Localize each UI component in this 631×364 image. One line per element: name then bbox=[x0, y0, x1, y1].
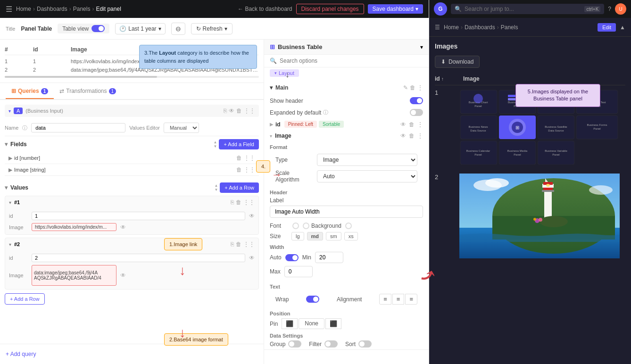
right-breadcrumb-dashboards[interactable]: Dashboards bbox=[465, 24, 495, 31]
row-2-delete-icon[interactable]: 🗑 bbox=[236, 241, 241, 248]
values-editor-select[interactable]: Manual bbox=[164, 123, 199, 133]
field-expand-icon[interactable]: ▶ bbox=[8, 155, 12, 161]
right-search-bar[interactable]: 🔍 ctrl+K bbox=[451, 4, 604, 14]
row-1-collapse[interactable]: ▾ bbox=[9, 200, 11, 205]
query-collapse-arrow[interactable]: ▾ bbox=[8, 108, 11, 114]
drag-col-icon[interactable]: ⋮ bbox=[417, 121, 423, 128]
auto-width-toggle[interactable] bbox=[285, 254, 299, 261]
dropdown-chevron-icon[interactable]: ▾ bbox=[420, 44, 423, 50]
trash-image-col-icon[interactable]: 🗑 bbox=[409, 132, 415, 139]
field-drag-icon[interactable]: ⋮⋮ bbox=[244, 155, 255, 161]
hamburger-icon[interactable]: ☰ bbox=[6, 5, 12, 14]
table-view-toggle-switch[interactable] bbox=[91, 25, 105, 32]
align-right-button[interactable]: ≡ bbox=[405, 294, 417, 305]
eye-icon[interactable]: 👁 bbox=[229, 108, 234, 114]
size-md-button[interactable]: md bbox=[307, 232, 324, 240]
date-range-picker[interactable]: 🕐 Last 1 year ▾ bbox=[115, 23, 165, 34]
right-chevron-icon[interactable]: ▲ bbox=[620, 24, 625, 31]
row-2-header[interactable]: ▾ #2 ⎘ 🗑 ⋮⋮ bbox=[5, 238, 258, 250]
pin-right-button[interactable]: ⬛ bbox=[325, 318, 341, 329]
back-to-dashboard-button[interactable]: ← Back to dashboard bbox=[238, 6, 292, 12]
info-icon[interactable]: ⓘ bbox=[323, 109, 328, 116]
name-info-icon[interactable]: ⓘ bbox=[22, 124, 27, 132]
filter-toggle[interactable] bbox=[324, 340, 338, 347]
right-hamburger-icon[interactable]: ☰ bbox=[435, 24, 440, 31]
right-search-input[interactable] bbox=[465, 6, 581, 12]
add-field-button[interactable]: + Add a Field bbox=[219, 139, 259, 149]
add-row-bottom-button[interactable]: + Add a Row bbox=[5, 293, 45, 305]
edit-pencil-icon[interactable]: ✎ bbox=[403, 84, 408, 91]
search-options-input[interactable] bbox=[280, 58, 423, 64]
name-input[interactable] bbox=[31, 123, 125, 132]
font-radio-default[interactable] bbox=[292, 223, 299, 229]
trash-icon[interactable]: 🗑 bbox=[410, 84, 415, 91]
tab-transformations[interactable]: ⇄ Transformations 1 bbox=[54, 84, 122, 99]
expanded-toggle[interactable] bbox=[410, 109, 423, 116]
sort-up-icon[interactable]: ▲▼ bbox=[214, 140, 217, 149]
align-left-button[interactable]: ≡ bbox=[379, 294, 391, 305]
font-radio-background[interactable]: Background bbox=[303, 223, 341, 229]
trash-col-icon[interactable]: 🗑 bbox=[409, 121, 415, 128]
save-dashboard-button[interactable]: Save dashboard ▾ bbox=[368, 4, 423, 14]
breadcrumb-home[interactable]: Home bbox=[16, 6, 31, 12]
help-icon[interactable]: ? bbox=[608, 6, 611, 12]
row-2-collapse[interactable]: ▾ bbox=[9, 242, 11, 247]
row-2-eye-icon[interactable]: 👁 bbox=[249, 255, 255, 261]
tab-queries[interactable]: ⊞ Queries 1 bbox=[6, 84, 54, 99]
row-delete-icon[interactable]: 🗑 bbox=[236, 199, 241, 206]
wrap-toggle[interactable] bbox=[306, 296, 319, 303]
max-width-input[interactable] bbox=[284, 266, 313, 277]
drag-image-col-icon[interactable]: ⋮ bbox=[417, 132, 423, 139]
size-sm-button[interactable]: sm bbox=[326, 232, 341, 240]
min-width-input[interactable] bbox=[315, 252, 343, 263]
row-2-image-eye-icon[interactable]: 👁 bbox=[120, 272, 126, 279]
header-label-input[interactable] bbox=[270, 206, 423, 218]
row-copy-icon[interactable]: ⎘ bbox=[231, 199, 234, 206]
type-select[interactable]: Image bbox=[317, 154, 417, 166]
refresh-button[interactable]: ↻ Refresh ▾ bbox=[191, 23, 232, 34]
drag-icon[interactable]: ⋮⋮ bbox=[244, 108, 255, 114]
row-2-drag-icon[interactable]: ⋮⋮ bbox=[243, 241, 255, 248]
sort-up-icon[interactable]: ▲▼ bbox=[214, 183, 218, 192]
row-2-copy-icon[interactable]: ⎘ bbox=[231, 241, 234, 248]
row-2-id-input[interactable] bbox=[32, 254, 245, 262]
row-drag-icon[interactable]: ⋮⋮ bbox=[243, 199, 255, 206]
align-center-button[interactable]: ≡ bbox=[392, 294, 405, 305]
discard-changes-button[interactable]: Discard panel changes bbox=[296, 4, 364, 14]
download-button[interactable]: ⬇ Download bbox=[435, 56, 480, 68]
right-edit-button[interactable]: Edit bbox=[598, 23, 616, 32]
size-xs-button[interactable]: xs bbox=[344, 232, 358, 240]
field-delete-icon[interactable]: 🗑 bbox=[236, 155, 242, 161]
row-1-id-input[interactable] bbox=[32, 212, 245, 220]
fields-collapse-icon[interactable]: ▾ bbox=[5, 141, 8, 148]
values-collapse-icon[interactable]: ▾ bbox=[5, 184, 8, 191]
id-expand-icon[interactable]: ▶ bbox=[270, 122, 274, 127]
row-2-image-value[interactable]: data:image/jpeg;base64,/9j/4AAQSkZJRgABA… bbox=[32, 265, 116, 286]
right-breadcrumb-home[interactable]: Home bbox=[444, 24, 459, 31]
field-drag-icon[interactable]: ⋮⋮ bbox=[244, 166, 255, 173]
field-expand-icon[interactable]: ▶ bbox=[8, 167, 12, 173]
pin-none-button[interactable]: None bbox=[299, 318, 324, 329]
scale-select[interactable]: Auto bbox=[317, 170, 417, 182]
add-query-button[interactable]: + Add query bbox=[0, 347, 42, 361]
add-row-button[interactable]: + Add a Row bbox=[220, 182, 259, 193]
breadcrumb-panels[interactable]: Panels bbox=[73, 6, 91, 12]
layout-badge[interactable]: ▾ Layout bbox=[270, 69, 299, 77]
row-1-image-value[interactable]: https://volkovlabs.io/img/index/m... bbox=[32, 223, 116, 231]
show-header-toggle[interactable] bbox=[410, 97, 423, 104]
row-1-header[interactable]: ▾ #1 ⎘ 🗑 ⋮⋮ bbox=[5, 196, 258, 208]
table-view-toggle[interactable]: Table view bbox=[58, 24, 109, 33]
eye-col-icon[interactable]: 👁 bbox=[400, 121, 406, 128]
size-lg-button[interactable]: lg bbox=[291, 232, 304, 240]
id-column-header[interactable]: id ↑ bbox=[435, 75, 463, 82]
right-breadcrumb-panels[interactable]: Panels bbox=[501, 24, 518, 31]
breadcrumb-dashboards[interactable]: Dashboards bbox=[37, 6, 67, 12]
row-1-eye-icon[interactable]: 👁 bbox=[249, 213, 255, 219]
copy-icon[interactable]: ⎘ bbox=[224, 108, 227, 114]
more-icon[interactable]: ⋮ bbox=[417, 84, 423, 91]
field-delete-icon[interactable]: 🗑 bbox=[236, 166, 242, 173]
zoom-out-button[interactable]: ⊖ bbox=[171, 23, 185, 35]
delete-icon[interactable]: 🗑 bbox=[236, 108, 242, 114]
pin-left-button[interactable]: ⬛ bbox=[282, 318, 298, 329]
group-toggle[interactable] bbox=[288, 340, 301, 347]
